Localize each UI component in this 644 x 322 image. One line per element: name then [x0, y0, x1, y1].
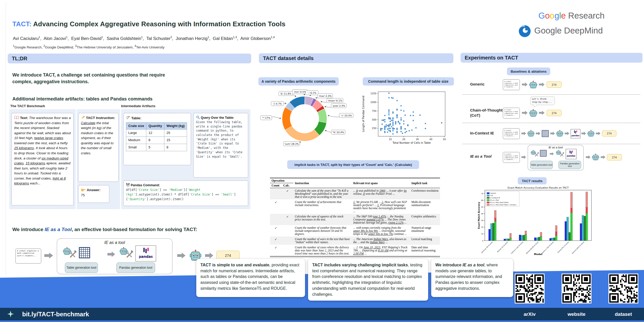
arrow-icon [522, 82, 528, 87]
donut-chip: A variety of Pandas arithmetic component… [258, 77, 339, 86]
svg-text:Length of Pandas Command: Length of Pandas Command [362, 96, 365, 132]
row-label-incontext: In-Context IE [470, 131, 494, 135]
svg-text:250: 250 [372, 127, 376, 130]
text-label: Text: [20, 116, 28, 120]
arrow-icon [205, 252, 213, 259]
magnifier-icon [196, 115, 200, 119]
footer-bar [0, 308, 644, 320]
row-label-ietool: IE as a Tool [470, 154, 492, 158]
tldr-section-header: TL;DR [8, 54, 251, 63]
svg-text:'+':10.4%: '+':10.4% [341, 114, 352, 117]
query-box: Query Over the Table: Given the followin… [196, 115, 245, 159]
svg-text:'sum':28.3%: 'sum':28.3% [284, 143, 299, 145]
instruction-box: TACT Instruction: Calculate the total we… [81, 115, 116, 156]
arrow-icon [521, 155, 526, 159]
flow-incontext: A school organizes a math competition wi… [503, 127, 639, 141]
answer-value: 75 [81, 193, 85, 197]
arrow-icon [539, 82, 545, 87]
svg-text:Gemini-Ultra (0-shot): Gemini-Ultra (0-shot) [571, 241, 584, 254]
website-link[interactable]: website [567, 311, 586, 317]
crate-table: Crate sizeQuantityWeight (kg) Large1225M… [126, 122, 187, 151]
svg-text:'max':2.4%: 'max':2.4% [319, 95, 332, 97]
table-label: Table: [131, 116, 141, 120]
svg-text:60: 60 [481, 199, 483, 201]
tools-icon [534, 152, 539, 159]
deepmind-word: Google DeepMind [534, 26, 603, 35]
panda-icon [126, 183, 130, 187]
pandas-command-box: Pandas Command: df[df['Crate Size'] == '… [126, 183, 245, 201]
qr-code-dataset [608, 274, 638, 303]
svg-text:'pow':2.4%: 'pow':2.4% [332, 105, 345, 107]
benchmark-figure-label: The TACT Benchmark [10, 104, 45, 108]
arrow-icon [521, 131, 526, 135]
svg-text:500: 500 [372, 118, 376, 121]
ie-tool-heading: We introduce IE as a Tool, an effective … [12, 227, 197, 232]
table-row: ✓ Count the number of wars in the text t… [270, 236, 440, 245]
svg-text:30: 30 [416, 138, 419, 141]
input-text-card: A school organizes a math competition wi… [503, 79, 520, 90]
answer-box: Answer: 75 [81, 188, 107, 198]
arxiv-link[interactable]: arXiv [524, 311, 536, 317]
ie-tool-container: IE as a tool Table generation tool Panda… [57, 238, 173, 274]
page-title: TACT: Advancing Complex Aggregative Reas… [12, 20, 285, 28]
svg-text:1000: 1000 [370, 101, 376, 104]
svg-text:20: 20 [481, 226, 483, 228]
svg-text:40: 40 [481, 213, 483, 215]
title-rest: Advancing Complex Aggregative Reasoning … [31, 20, 285, 28]
result-chip: 274 [602, 130, 616, 137]
input-text-card: A school organizes a math competition wi… [503, 128, 520, 139]
implicit-task-table-wrap: Operation Instruction Relevant text span… [270, 178, 440, 257]
footer-accent-strip [0, 320, 644, 322]
donut-chart: 'min':0.5%'-':6.1%'max':2.4%'mean':6.1%'… [258, 87, 361, 151]
svg-text:10: 10 [481, 233, 483, 235]
svg-text:10: 10 [389, 138, 392, 141]
experiments-section-header: Experiments on TACT [461, 53, 642, 63]
pencil-icon [81, 115, 85, 120]
google-logo-wordmark: Google [538, 11, 566, 20]
instruction-text: Calculate the total weight (in kg) of th… [81, 121, 114, 155]
benchmark-url-link[interactable]: bit.ly/TACT-benchmark [22, 311, 89, 318]
svg-text:50: 50 [481, 206, 483, 208]
robot-icon [556, 130, 563, 138]
svg-text:Llama-2-13b (4-shot): Llama-2-13b (4-shot) [510, 241, 523, 254]
pickaxe-icon [126, 115, 130, 120]
benchmark-panel: Text: The warehouse floor was a Tetris p… [9, 109, 76, 209]
svg-text:'mean':6.1%: 'mean':6.1% [328, 99, 342, 102]
arrow-icon [581, 131, 586, 135]
title-prefix: TACT: [12, 20, 31, 28]
flow-cot: A school organizes a math competition wi… [503, 107, 580, 120]
robot-icon [527, 130, 535, 138]
svg-text:Gemini-Pro (0-shot): Gemini-Pro (0-shot) [557, 241, 569, 253]
book-icon [14, 116, 19, 120]
robot-icon [529, 81, 537, 90]
result-chip: 274 [547, 81, 562, 88]
tools-icon [559, 152, 565, 159]
table-grid-icon [79, 247, 90, 259]
pointing-finger-icon [81, 188, 86, 192]
affiliations: 1Google Research, 2Google DeepMind, 3The… [13, 44, 165, 49]
pandas-command-label: Pandas Command: [131, 183, 160, 187]
pandas-generation-tool-chip: Pandas generation tool [116, 262, 155, 273]
col-calc: Calc. [282, 183, 293, 188]
answer-label: Answer: [87, 188, 100, 192]
artifacts-figure-label: Intermediate Artifacts [121, 104, 155, 108]
query-label: Query Over the Table: [201, 116, 234, 120]
flow-generic: A school organizes a math competition wi… [503, 78, 580, 92]
result-chip: 274 [547, 110, 562, 116]
col-task: Implicit task [410, 178, 440, 188]
svg-text:IE as a Tool: IE as a Tool [490, 199, 499, 201]
input-text-card: A school organizes a math competition wi… [503, 108, 520, 118]
dataset-link[interactable]: dataset [615, 311, 632, 317]
svg-text:Exact Match Accuracy Evaluatio: Exact Match Accuracy Evaluation Results … [508, 186, 569, 189]
baselines-chip: Baselines & ablations [507, 67, 550, 75]
svg-text:IE as a Tool (Gold Table): IE as a Tool (Gold Table) [490, 201, 509, 203]
qr-code-arxiv [515, 274, 545, 303]
arrow-icon [107, 251, 115, 257]
google-deepmind-logo: Google DeepMind [534, 26, 603, 36]
table-grid-icon [540, 150, 547, 158]
results-chip: TACT results [518, 177, 547, 184]
table-row: ✓ Calculate the sum of squares of the st… [270, 214, 440, 225]
takeaway-box-ie-tool: We introduce IE as a tool, where models … [431, 259, 513, 297]
svg-text:Llama-2-70b (0-shot): Llama-2-70b (0-shot) [541, 241, 554, 254]
svg-text:Mistral-7b (4-shot): Mistral-7b (4-shot) [497, 241, 508, 253]
